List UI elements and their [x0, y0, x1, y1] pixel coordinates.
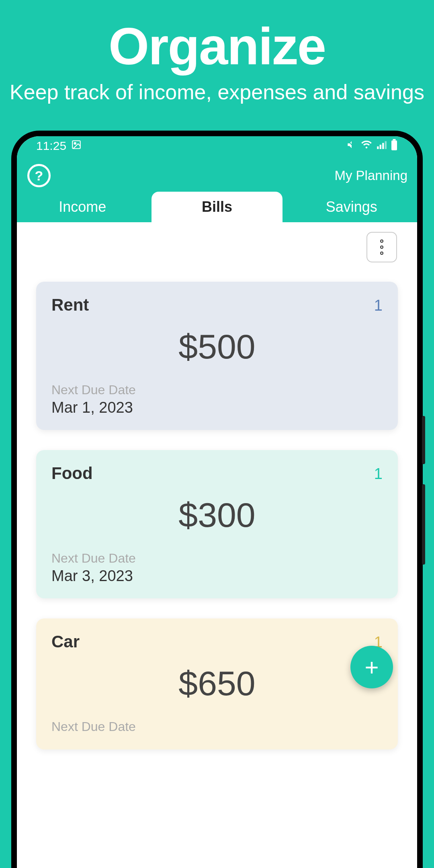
bill-card[interactable]: Car 1 $650 Next Due Date — [36, 618, 398, 749]
bills-list: Rent 1 $500 Next Due Date Mar 1, 2023 Fo… — [28, 233, 406, 749]
status-time: 11:25 — [36, 139, 66, 153]
help-icon[interactable]: ? — [27, 164, 51, 187]
bill-badge: 1 — [374, 465, 383, 483]
header-title[interactable]: My Planning — [334, 168, 407, 183]
phone-screen: 11:25 ? My — [17, 136, 417, 868]
bill-due-date: Mar 1, 2023 — [51, 399, 383, 416]
hero-title: Organize — [0, 16, 434, 76]
phone-side-button — [422, 484, 425, 565]
bill-due-date: Mar 3, 2023 — [51, 567, 383, 585]
svg-rect-5 — [382, 143, 384, 149]
bill-name: Car — [51, 632, 80, 651]
add-button[interactable]: + — [350, 646, 393, 688]
bill-name: Food — [51, 464, 93, 483]
battery-icon — [391, 139, 398, 153]
svg-rect-8 — [391, 140, 397, 150]
bill-amount: $300 — [51, 495, 383, 535]
screenshot-icon — [71, 139, 82, 153]
wifi-icon — [361, 139, 372, 153]
bill-card[interactable]: Rent 1 $500 Next Due Date Mar 1, 2023 — [36, 282, 398, 430]
more-dots-icon — [380, 240, 383, 255]
status-bar: 11:25 — [17, 136, 417, 156]
bill-name: Rent — [51, 295, 89, 315]
plus-icon: + — [364, 653, 379, 681]
svg-rect-4 — [380, 145, 381, 149]
tab-bills[interactable]: Bills — [151, 192, 283, 222]
svg-rect-3 — [377, 146, 379, 149]
mute-icon — [346, 139, 357, 153]
tab-income[interactable]: Income — [17, 192, 148, 222]
content-area: Rent 1 $500 Next Due Date Mar 1, 2023 Fo… — [17, 222, 417, 749]
bill-due-label: Next Due Date — [51, 383, 383, 397]
bill-due-label: Next Due Date — [51, 551, 383, 566]
svg-rect-7 — [393, 139, 396, 141]
phone-side-button — [422, 416, 425, 464]
tab-savings[interactable]: Savings — [286, 192, 417, 222]
more-menu-button[interactable] — [366, 232, 397, 262]
hero-subtitle: Keep track of income, expenses and savin… — [0, 80, 434, 104]
bill-card[interactable]: Food 1 $300 Next Due Date Mar 3, 2023 — [36, 450, 398, 598]
phone-frame: 11:25 ? My — [11, 131, 423, 868]
signal-icon — [376, 139, 387, 153]
bill-due-label: Next Due Date — [51, 719, 383, 734]
svg-point-1 — [74, 143, 76, 144]
tabs: Income Bills Savings — [17, 192, 417, 222]
svg-rect-6 — [385, 141, 387, 149]
bill-amount: $650 — [51, 663, 383, 703]
bill-badge: 1 — [374, 297, 383, 314]
app-header: ? My Planning — [17, 156, 417, 192]
bill-amount: $500 — [51, 327, 383, 366]
